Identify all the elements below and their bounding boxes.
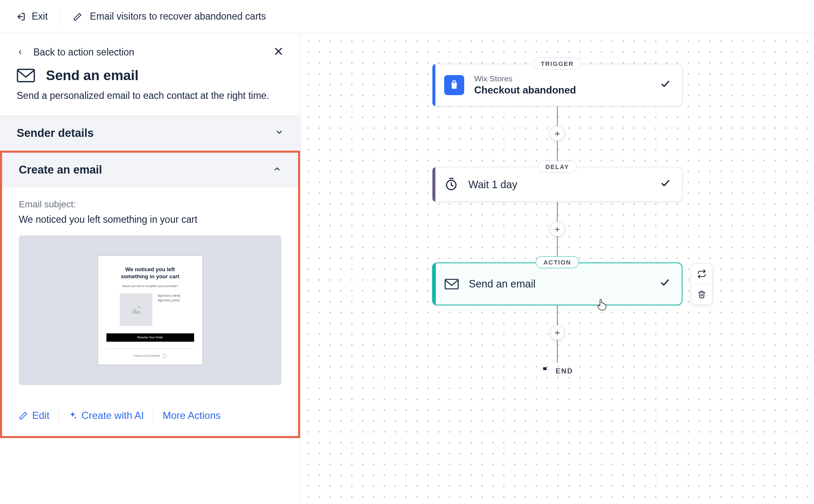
connector: [557, 202, 558, 222]
edit-button[interactable]: Edit: [19, 410, 49, 421]
automation-title-group[interactable]: Email visitors to recover abandoned cart…: [73, 11, 266, 22]
back-label: Back to action selection: [33, 47, 134, 58]
preview-heading-line2: something in your cart: [121, 273, 179, 280]
more-actions-label: More Actions: [163, 410, 221, 421]
section-sender-header[interactable]: Sender details: [0, 116, 300, 151]
node-action-title: Send an email: [469, 278, 536, 290]
chevron-up-icon: [273, 165, 281, 175]
image-placeholder-icon: [120, 293, 152, 326]
actions-separator-1: [58, 409, 59, 422]
node-accent: [432, 64, 435, 106]
node-trigger-sup: Wix Stores: [474, 74, 576, 83]
replace-action-button[interactable]: [691, 264, 712, 284]
add-step-button-3[interactable]: ＋: [550, 325, 565, 340]
preview-meta-name: ${product_name}: [158, 293, 180, 298]
flow-end-label: END: [556, 367, 573, 375]
connector: [557, 236, 558, 256]
check-icon: [660, 79, 670, 92]
sidebar-description: Send a personalized email to each contac…: [0, 88, 300, 116]
section-sender-details: Sender details: [0, 116, 300, 151]
email-icon: [445, 279, 459, 290]
connector: [557, 305, 558, 325]
check-icon: [660, 178, 670, 191]
create-with-ai-button[interactable]: Create with AI: [68, 410, 144, 421]
close-icon: [273, 46, 283, 56]
section-create-title: Create an email: [19, 164, 102, 176]
close-panel-button[interactable]: [273, 46, 283, 58]
badge-delay: DELAY: [538, 161, 577, 173]
sidebar-header: Back to action selection: [0, 33, 300, 68]
node-trigger[interactable]: Wix Stores Checkout abandoned: [432, 64, 683, 106]
preview-product-row: ${product_name} ${product_price}: [104, 293, 197, 326]
exit-button[interactable]: Exit: [16, 11, 48, 22]
chevron-left-icon: [17, 47, 23, 57]
preview-footer: Check out my website: [134, 354, 167, 358]
connector: [557, 340, 558, 363]
email-subject-value: We noticed you left something in your ca…: [19, 214, 281, 225]
automation-title: Email visitors to recover abandoned cart…: [90, 11, 266, 22]
email-preview-frame: We noticed you left something in your ca…: [98, 255, 203, 365]
svg-marker-3: [131, 308, 141, 313]
flow-canvas[interactable]: TRIGGER Wix Stores Checkout abandoned ＋ …: [301, 33, 814, 504]
delete-action-button[interactable]: [691, 284, 712, 304]
preview-heading-line1: We noticed you left: [125, 266, 175, 272]
pencil-icon: [73, 12, 82, 21]
preview-heading: We noticed you left something in your ca…: [121, 266, 179, 280]
preview-cta-button: Resume Your Order: [106, 333, 194, 342]
email-subject-label: Email subject:: [19, 199, 281, 210]
chevron-down-icon: [275, 128, 283, 139]
preview-footer-icon: [162, 354, 167, 358]
add-step-button-1[interactable]: ＋: [550, 126, 565, 141]
section-create-header[interactable]: Create an email: [2, 153, 298, 187]
preview-subtext: Would you like to complete your purchase…: [122, 285, 178, 287]
node-action[interactable]: Send an email: [432, 262, 683, 305]
flag-icon: [541, 365, 550, 377]
section-create-email-highlight: Create an email Email subject: We notice…: [0, 151, 300, 438]
connector: [557, 106, 558, 126]
svg-rect-2: [18, 69, 34, 81]
back-button[interactable]: Back to action selection: [17, 47, 134, 58]
sidebar: Back to action selection Send an email S…: [0, 33, 301, 504]
node-trigger-title: Checkout abandoned: [474, 84, 576, 96]
check-icon: [660, 277, 670, 290]
topbar-separator: [60, 8, 61, 25]
section-create-email: Create an email Email subject: We notice…: [2, 153, 298, 436]
node-accent: [432, 167, 435, 202]
create-with-ai-label: Create with AI: [81, 410, 144, 421]
svg-rect-6: [445, 279, 458, 289]
swap-icon: [697, 269, 706, 278]
preview-divider: [106, 348, 194, 349]
sidebar-title-row: Send an email: [0, 68, 300, 88]
node-delay-title: Wait 1 day: [468, 179, 517, 191]
node-side-tools: [691, 263, 713, 305]
preview-product-meta: ${product_name} ${product_price}: [158, 293, 180, 302]
main-area: Back to action selection Send an email S…: [0, 33, 814, 504]
flow-end: END: [541, 365, 573, 377]
node-trigger-text: Wix Stores Checkout abandoned: [474, 74, 576, 96]
stores-icon: [444, 75, 464, 95]
edit-label: Edit: [32, 410, 49, 421]
preview-footer-text: Check out my website: [134, 354, 160, 357]
add-step-button-2[interactable]: ＋: [550, 222, 565, 237]
top-bar: Exit Email visitors to recover abandoned…: [0, 0, 814, 33]
pencil-icon: [19, 411, 28, 420]
create-actions-row: Edit Create with AI More Actions: [2, 398, 298, 436]
badge-action: ACTION: [536, 256, 579, 268]
svg-point-4: [138, 306, 140, 308]
sparkle-icon: [68, 411, 77, 420]
section-sender-title: Sender details: [17, 127, 94, 140]
actions-separator-2: [153, 409, 154, 422]
exit-icon: [16, 12, 26, 22]
email-preview-card[interactable]: We noticed you left something in your ca…: [19, 235, 281, 385]
flow-column: TRIGGER Wix Stores Checkout abandoned ＋ …: [428, 58, 687, 377]
more-actions-button[interactable]: More Actions: [163, 410, 221, 421]
node-accent: [433, 263, 436, 305]
sidebar-title: Send an email: [46, 68, 139, 83]
exit-label: Exit: [32, 11, 48, 22]
trash-icon: [698, 290, 706, 299]
email-icon: [17, 68, 35, 83]
section-create-body: Email subject: We noticed you left somet…: [2, 187, 298, 398]
pointer-cursor-icon: [597, 298, 607, 311]
badge-trigger: TRIGGER: [533, 58, 582, 70]
preview-meta-price: ${product_price}: [158, 298, 180, 302]
